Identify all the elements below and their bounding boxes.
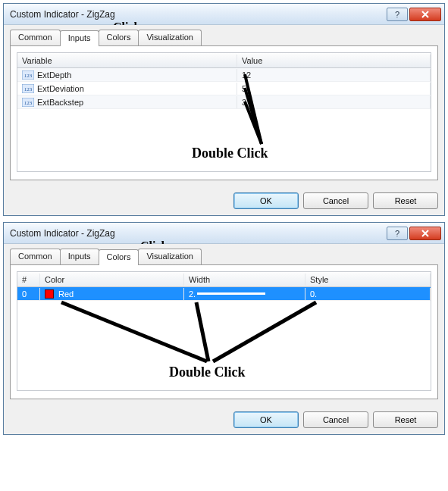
col-style[interactable]: Style (305, 274, 431, 286)
var-name: ExtDeviation (37, 84, 84, 93)
cell-width[interactable]: 2. (184, 288, 305, 300)
tab-common[interactable]: Common (10, 249, 61, 264)
ok-button[interactable]: OK (233, 192, 299, 209)
tab-visualization[interactable]: Visualization (138, 30, 202, 45)
svg-text:123: 123 (24, 73, 33, 79)
dialog-title: Custom Indicator - ZigZag (10, 9, 385, 20)
svg-text:123: 123 (24, 100, 33, 106)
cell-index: 0 (17, 288, 40, 300)
svg-line-11 (213, 302, 316, 361)
color-swatch (45, 289, 54, 299)
close-icon (421, 230, 430, 237)
ok-button[interactable]: OK (233, 411, 299, 428)
cell-style[interactable]: 0. (305, 288, 431, 300)
inputs-panel: Variable Value 123 ExtDepth 12 123 ExtDe… (10, 45, 438, 180)
table-row[interactable]: 123 ExtDepth 12 (17, 68, 431, 82)
col-color[interactable]: Color (40, 274, 184, 286)
help-button[interactable]: ? (387, 8, 408, 21)
col-variable[interactable]: Variable (17, 55, 237, 67)
titlebar[interactable]: Custom Indicator - ZigZag ? (4, 4, 444, 25)
tab-strip: Common Inputs Colors Visualization (4, 244, 444, 264)
close-button[interactable] (409, 8, 441, 21)
titlebar[interactable]: Custom Indicator - ZigZag ? (4, 223, 444, 244)
var-value[interactable]: 5 (237, 83, 431, 95)
svg-line-10 (196, 302, 208, 361)
dialog-colors: Custom Indicator - ZigZag ? Click Common… (3, 222, 445, 435)
dialog-inputs: Custom Indicator - ZigZag ? Click Common… (3, 3, 445, 216)
tab-visualization[interactable]: Visualization (138, 249, 202, 264)
grid-header: # Color Width Style (17, 272, 431, 287)
numeric-icon: 123 (22, 70, 34, 80)
button-row: OK Cancel Reset (4, 405, 444, 434)
table-row[interactable]: 0 Red 2. 0. (17, 287, 431, 301)
var-name: ExtBackstep (37, 98, 83, 107)
line-width-preview (197, 292, 265, 295)
tab-inputs[interactable]: Inputs (60, 30, 99, 46)
annotation-double-click-label: Double Click (192, 145, 268, 161)
tab-inputs[interactable]: Inputs (60, 249, 99, 264)
reset-button[interactable]: Reset (373, 192, 438, 209)
numeric-icon: 123 (22, 84, 34, 93)
svg-text:123: 123 (24, 86, 33, 92)
col-index[interactable]: # (17, 274, 40, 286)
colors-panel: # Color Width Style 0 Red 2. 0. (10, 264, 438, 399)
annotation-double-click-label: Double Click (169, 364, 246, 380)
tab-colors[interactable]: Colors (99, 249, 139, 265)
width-value: 2. (189, 289, 196, 299)
tab-common[interactable]: Common (10, 30, 61, 45)
help-button[interactable]: ? (387, 227, 408, 240)
dialog-title: Custom Indicator - ZigZag (10, 228, 385, 239)
cancel-button[interactable]: Cancel (303, 192, 368, 209)
numeric-icon: 123 (22, 98, 34, 107)
close-icon (421, 11, 430, 18)
cell-color[interactable]: Red (40, 288, 184, 300)
var-value[interactable]: 3 (237, 96, 431, 108)
reset-button[interactable]: Reset (373, 411, 438, 428)
col-width[interactable]: Width (184, 274, 305, 286)
button-row: OK Cancel Reset (4, 186, 444, 215)
svg-line-9 (61, 302, 207, 361)
var-name: ExtDepth (37, 70, 71, 80)
grid-header: Variable Value (17, 53, 431, 68)
col-value[interactable]: Value (237, 55, 431, 67)
cancel-button[interactable]: Cancel (303, 411, 368, 428)
table-row[interactable]: 123 ExtDeviation 5 (17, 82, 431, 95)
color-name: Red (58, 289, 74, 299)
var-value[interactable]: 12 (237, 69, 431, 81)
close-button[interactable] (409, 227, 441, 240)
table-row[interactable]: 123 ExtBackstep 3 (17, 95, 431, 109)
tab-strip: Common Inputs Colors Visualization (4, 25, 444, 45)
tab-colors[interactable]: Colors (99, 30, 139, 45)
